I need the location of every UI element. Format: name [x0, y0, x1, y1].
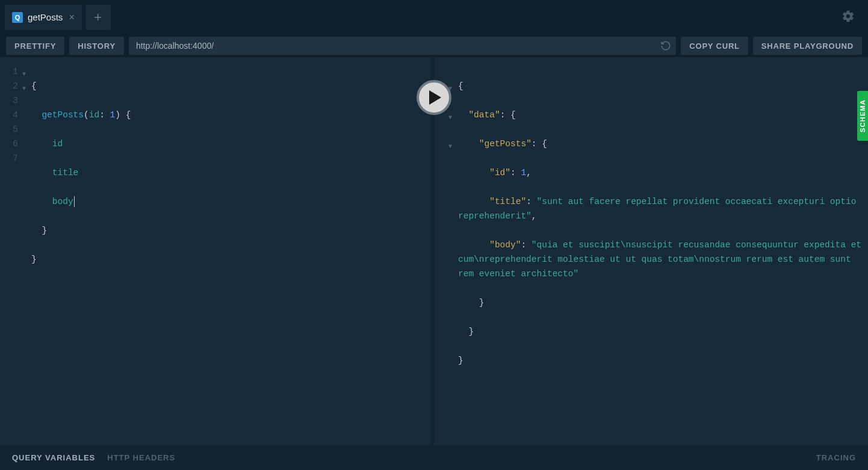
- fold-icon[interactable]: ▼: [448, 140, 452, 154]
- plus-icon: +: [94, 10, 102, 25]
- new-tab-button[interactable]: +: [85, 5, 111, 30]
- gear-icon: [842, 10, 855, 23]
- reload-button[interactable]: [660, 40, 671, 51]
- query-editor-pane: 1▼ 2▼ 3 4 5 6 7 { getPosts(id: 1) { id t…: [0, 57, 434, 445]
- share-playground-button[interactable]: SHARE PLAYGROUND: [753, 37, 862, 55]
- query-variables-tab[interactable]: QUERY VARIABLES: [12, 453, 95, 462]
- text-cursor: [74, 196, 75, 207]
- response-pane: ▼{ ▼ "data": { ▼ "getPosts": { "id": 1, …: [434, 57, 868, 445]
- query-editor[interactable]: 1▼ 2▼ 3 4 5 6 7 { getPosts(id: 1) { id t…: [0, 57, 430, 295]
- settings-button[interactable]: [833, 10, 863, 25]
- close-icon[interactable]: ×: [69, 12, 74, 23]
- code-content[interactable]: { getPosts(id: 1) { id title body } }: [20, 64, 131, 295]
- endpoint-input[interactable]: [136, 41, 660, 51]
- tab-getposts[interactable]: Q getPosts ×: [5, 5, 82, 30]
- reload-icon: [660, 40, 671, 51]
- http-headers-tab[interactable]: HTTP HEADERS: [107, 453, 175, 462]
- footer-bar: QUERY VARIABLES HTTP HEADERS TRACING: [0, 445, 868, 470]
- svg-marker-0: [429, 90, 441, 105]
- schema-tab[interactable]: SCHEMA: [857, 91, 868, 141]
- history-button[interactable]: HISTORY: [69, 37, 124, 55]
- fold-icon[interactable]: ▼: [448, 111, 452, 125]
- fold-icon[interactable]: ▼: [22, 67, 26, 82]
- fold-icon[interactable]: ▼: [22, 82, 26, 96]
- toolbar: PRETTIFY HISTORY COPY CURL SHARE PLAYGRO…: [0, 34, 868, 57]
- tab-type-badge: Q: [12, 12, 23, 23]
- line-gutter: 1▼ 2▼ 3 4 5 6 7: [2, 64, 20, 295]
- prettify-button[interactable]: PRETTIFY: [6, 37, 64, 55]
- tracing-tab[interactable]: TRACING: [816, 453, 856, 462]
- copy-curl-button[interactable]: COPY CURL: [681, 37, 748, 55]
- play-icon: [429, 90, 441, 105]
- execute-button[interactable]: [417, 80, 451, 115]
- main-split: 1▼ 2▼ 3 4 5 6 7 { getPosts(id: 1) { id t…: [0, 57, 868, 445]
- tab-label: getPosts: [28, 12, 63, 22]
- tab-bar: Q getPosts × +: [0, 0, 868, 34]
- url-bar: [129, 37, 676, 55]
- response-viewer[interactable]: ▼{ ▼ "data": { ▼ "getPosts": { "id": 1, …: [434, 57, 868, 403]
